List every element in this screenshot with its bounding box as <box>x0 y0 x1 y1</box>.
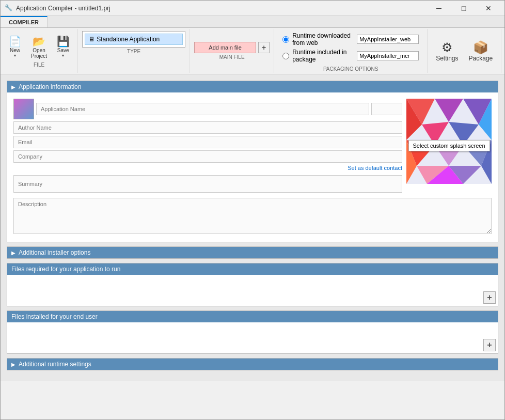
additional-installer-arrow: ▶ <box>11 250 15 256</box>
type-panel: 🖥 Standalone Application <box>82 31 185 48</box>
new-icon: 📄 <box>9 36 22 46</box>
file-group: 📄 New ▾ 📂 OpenProject 💾 Save ▾ FILE <box>1 29 78 73</box>
files-required-title: Files required for your application to r… <box>11 266 120 273</box>
name-version-row: 1.0 <box>13 99 402 119</box>
main-file-group: Add main file + MAIN FILE <box>190 29 274 73</box>
additional-installer-section: ▶ Additional installer options <box>7 246 498 259</box>
additional-runtime-arrow: ▶ <box>11 362 15 367</box>
add-file-plus-button[interactable]: + <box>258 42 270 53</box>
new-button[interactable]: 📄 New ▾ <box>5 34 25 60</box>
settings-package-buttons: ⚙ Settings 📦 Package <box>432 38 497 64</box>
runtime-mcr-input[interactable] <box>357 51 419 60</box>
additional-installer-title: Additional installer options <box>19 249 90 256</box>
title-bar: 🔧 Application Compiler - untitled1.prj ─… <box>1 1 504 16</box>
add-main-file-button[interactable]: Add main file <box>194 42 256 53</box>
app-info-form: 1.0 Set as default contact <box>13 99 402 193</box>
app-info-body: 1.0 Set as default contact <box>7 92 498 242</box>
runtime-web-label: Runtime downloaded from web <box>292 32 354 46</box>
app-info-section: ▶ Application information 1.0 Set as def… <box>7 81 498 242</box>
additional-runtime-section: ▶ Additional runtime settings <box>7 358 498 370</box>
toolbar-container: COMPILER <box>1 16 504 28</box>
runtime-web-input[interactable] <box>357 35 419 44</box>
save-button[interactable]: 💾 Save ▾ <box>53 34 73 60</box>
close-button[interactable]: ✕ <box>477 1 500 16</box>
type-item-label: Standalone Application <box>97 36 160 43</box>
files-required-body: + <box>7 275 498 306</box>
type-label: TYPE <box>127 49 140 54</box>
files-required-header[interactable]: Files required for your application to r… <box>7 263 498 275</box>
files-installed-title: Files installed for your end user <box>11 313 98 320</box>
additional-installer-header[interactable]: ▶ Additional installer options <box>7 247 498 258</box>
save-icon: 💾 <box>57 36 70 46</box>
settings-label: Settings <box>436 55 458 62</box>
runtime-web-radio[interactable] <box>282 36 289 43</box>
additional-runtime-title: Additional runtime settings <box>19 361 91 368</box>
files-required-section: Files required for your application to r… <box>7 263 498 306</box>
files-installed-add-button[interactable]: + <box>483 339 496 351</box>
packaging-label: PACKAGING OPTIONS <box>323 66 378 72</box>
open-project-button[interactable]: 📂 OpenProject <box>27 34 51 61</box>
app-info-header[interactable]: ▶ Application information <box>7 81 498 92</box>
compiler-tab[interactable]: COMPILER <box>1 16 48 27</box>
author-input[interactable] <box>13 121 402 134</box>
app-name-input[interactable] <box>36 103 369 115</box>
main-content: ▶ Application information 1.0 Set as def… <box>1 74 504 381</box>
app-info-arrow: ▶ <box>11 84 15 90</box>
files-required-add-button[interactable]: + <box>483 291 496 304</box>
files-installed-header[interactable]: Files installed for your end user <box>7 311 498 322</box>
files-installed-section: Files installed for your end user + <box>7 310 498 354</box>
summary-input[interactable] <box>13 175 402 193</box>
set-default-contact-link[interactable]: Set as default contact <box>13 165 402 171</box>
packaging-options-panel: Runtime downloaded from web Runtime incl… <box>278 30 423 65</box>
package-button[interactable]: 📦 Package <box>464 38 497 64</box>
select-splash-button[interactable]: Select custom splash screen <box>408 140 490 151</box>
main-file-panel: Add main file + <box>194 42 270 53</box>
description-input[interactable] <box>13 198 492 234</box>
packaging-group: Runtime downloaded from web Runtime incl… <box>274 29 428 73</box>
file-label: FILE <box>34 62 44 68</box>
splash-screen-area: Select custom splash screen <box>406 99 492 193</box>
standalone-icon: 🖥 <box>88 36 94 43</box>
settings-gear-icon: ⚙ <box>441 40 453 55</box>
main-file-label: MAIN FILE <box>219 54 245 60</box>
package-box-icon: 📦 <box>473 40 488 55</box>
company-input[interactable] <box>13 150 402 163</box>
window-title: Application Compiler - untitled1.prj <box>16 5 427 12</box>
minimize-button[interactable]: ─ <box>427 1 451 16</box>
save-button-group: 💾 Save ▾ <box>53 34 73 60</box>
help-area: ? <box>501 29 505 73</box>
files-installed-body: + <box>7 322 498 353</box>
new-button-group: 📄 New ▾ <box>5 34 25 60</box>
package-label: Package <box>468 55 493 62</box>
open-icon: 📂 <box>33 36 45 46</box>
email-input[interactable] <box>13 136 402 148</box>
new-dropdown-arrow: ▾ <box>14 53 16 58</box>
radio-row-2: Runtime included in package <box>282 49 419 63</box>
settings-button[interactable]: ⚙ Settings <box>432 38 462 64</box>
additional-runtime-header[interactable]: ▶ Additional runtime settings <box>7 359 498 370</box>
runtime-mcr-label: Runtime included in package <box>292 49 354 63</box>
type-group: 🖥 Standalone Application TYPE <box>78 29 190 73</box>
settings-package-group: ⚙ Settings 📦 Package <box>428 29 501 73</box>
file-buttons: 📄 New ▾ 📂 OpenProject 💾 Save ▾ <box>5 34 73 61</box>
app-info-main-row: 1.0 Set as default contact <box>13 99 492 193</box>
app-icon: 🔧 <box>5 4 13 12</box>
app-info-title: Application information <box>19 83 81 90</box>
version-input[interactable]: 1.0 <box>371 103 402 115</box>
radio-row-1: Runtime downloaded from web <box>282 32 419 46</box>
runtime-mcr-radio[interactable] <box>282 53 289 59</box>
toolbar: 📄 New ▾ 📂 OpenProject 💾 Save ▾ FILE <box>1 28 504 74</box>
window-controls: ─ □ ✕ <box>427 1 500 16</box>
app-icon-preview <box>13 99 34 119</box>
save-dropdown-arrow: ▾ <box>62 53 64 58</box>
maximize-button[interactable]: □ <box>452 1 476 16</box>
type-item-standalone[interactable]: 🖥 Standalone Application <box>85 34 183 45</box>
